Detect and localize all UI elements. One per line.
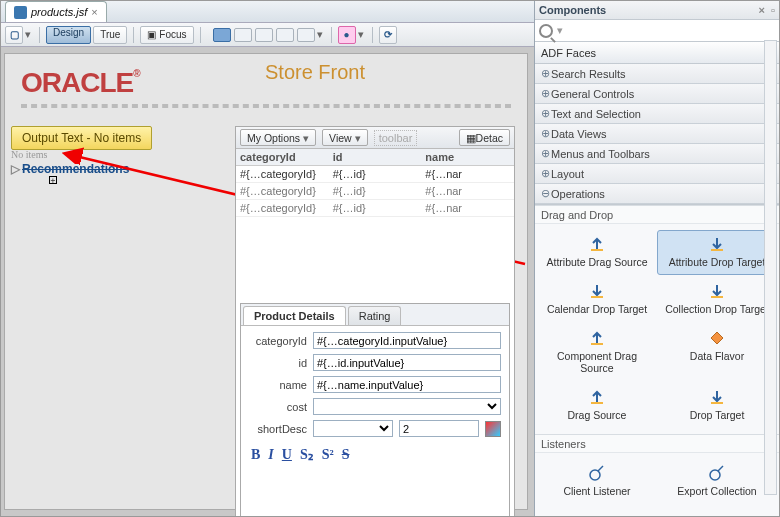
brand-logo: ORACLE® [21, 69, 140, 97]
field-label: categoryId [249, 335, 307, 347]
refresh-button[interactable]: ⟳ [379, 26, 397, 44]
device-tablet-icon[interactable] [234, 28, 252, 42]
focus-button[interactable]: ▣Focus [140, 26, 193, 44]
comp-calendar-drop-target[interactable]: Calendar Drop Target [537, 277, 657, 322]
group-listeners: Listeners [535, 434, 779, 453]
expand-icon[interactable]: ▷ [11, 162, 20, 176]
recommendations-node[interactable]: ▷ Recommendations [11, 162, 129, 176]
tab-product-details[interactable]: Product Details [243, 306, 346, 325]
comp-drop-target[interactable]: Drop Target [657, 383, 777, 428]
dashed-divider [21, 104, 511, 108]
comp-client-listener[interactable]: Client Listener [537, 459, 657, 504]
underline-button[interactable]: U [282, 447, 292, 463]
app-title: Store Front [265, 62, 365, 82]
section-layout[interactable]: ⊕Layout [535, 164, 779, 184]
bold-button[interactable]: B [251, 447, 260, 463]
table-row[interactable]: #{…categoryId}#{…id}#{…nar [236, 166, 514, 183]
design-mode-button[interactable]: Design [46, 26, 91, 44]
detach-button[interactable]: ▦ Detac [459, 129, 510, 146]
panel-menu-icon[interactable]: × ▫ [759, 4, 775, 16]
svg-rect-4 [711, 296, 723, 298]
view-menu[interactable]: View▾ [322, 129, 368, 146]
section-menus-toolbars[interactable]: ⊕Menus and Toolbars [535, 144, 779, 164]
dropdown-icon[interactable]: ▾ [358, 28, 366, 41]
drag-up-icon [588, 235, 606, 253]
italic-button[interactable]: I [268, 447, 273, 463]
dropdown-icon[interactable]: ▾ [317, 28, 325, 41]
component-search[interactable]: ▾ [535, 20, 779, 42]
device-tablet-land-icon[interactable] [255, 28, 273, 42]
drop-insert-indicator: + [49, 176, 57, 184]
product-details-panel: Product Details Rating categoryId id nam… [240, 303, 510, 517]
comp-data-flavor[interactable]: Data Flavor [657, 324, 777, 381]
search-icon [539, 24, 553, 38]
table-toolbar: My Options▾ View▾ toolbar ▦ Detac [236, 127, 514, 149]
components-panel: Components × ▫ ▾ ADF Faces▾ ⊕Search Resu… [534, 1, 779, 516]
id-input[interactable] [313, 354, 501, 371]
tab-rating[interactable]: Rating [348, 306, 402, 325]
table-row[interactable]: #{…categoryId}#{…id}#{…nar [236, 183, 514, 200]
categoryid-input[interactable] [313, 332, 501, 349]
svg-rect-3 [591, 296, 603, 298]
dropdown-icon[interactable]: ▾ [25, 28, 33, 41]
panel-scrollbar[interactable] [764, 40, 777, 495]
table-row[interactable]: #{…categoryId}#{…id}#{…nar [236, 200, 514, 217]
drag-up-icon [588, 388, 606, 406]
show-components-button[interactable]: ▢ [5, 26, 23, 44]
col-header[interactable]: id [329, 149, 422, 165]
comp-attribute-drag-source[interactable]: Attribute Drag Source [537, 230, 657, 275]
group-drag-and-drop: Drag and Drop [535, 205, 779, 224]
comp-component-drag-source[interactable]: Component Drag Source [537, 324, 657, 381]
close-tab-icon[interactable]: × [91, 6, 97, 18]
section-search-results[interactable]: ⊕Search Results [535, 64, 779, 84]
design-canvas[interactable]: ORACLE® Store Front Output Text - No ite… [4, 53, 528, 510]
section-text-selection[interactable]: ⊕Text and Selection [535, 104, 779, 124]
editor-tabbar: products.jsf × [1, 1, 534, 23]
design-canvas-viewport: ORACLE® Store Front Output Text - No ite… [1, 47, 534, 516]
tab-title: products.jsf [31, 6, 87, 18]
product-table-panel: My Options▾ View▾ toolbar ▦ Detac catego… [235, 126, 515, 517]
true-mode-button[interactable]: True [93, 26, 127, 44]
panel-title: Components [539, 4, 606, 16]
cost-select[interactable] [313, 398, 501, 415]
comp-attribute-drop-target[interactable]: Attribute Drop Target [657, 230, 777, 275]
jsf-file-icon [14, 6, 27, 19]
superscript-button[interactable]: S² [322, 447, 334, 463]
device-phone-land-icon[interactable] [297, 28, 315, 42]
color-picker-icon[interactable] [485, 421, 501, 437]
col-header[interactable]: categoryId [236, 149, 329, 165]
device-phone-icon[interactable] [276, 28, 294, 42]
details-tabbar: Product Details Rating [241, 304, 509, 326]
drop-down-icon [708, 235, 726, 253]
comp-drag-source[interactable]: Drag Source [537, 383, 657, 428]
rich-text-toolbar: B I U S₂ S² S [249, 442, 501, 467]
comp-export-collection[interactable]: Export Collection [657, 459, 777, 504]
section-data-views[interactable]: ⊕Data Views [535, 124, 779, 144]
shortdesc-select[interactable] [313, 420, 393, 437]
section-general-controls[interactable]: ⊕General Controls [535, 84, 779, 104]
listener-icon [588, 464, 606, 482]
strike-button[interactable]: S [342, 447, 350, 463]
field-label: shortDesc [249, 423, 307, 435]
browser-icon[interactable]: ● [338, 26, 356, 44]
subscript-button[interactable]: S₂ [300, 446, 314, 463]
product-table[interactable]: categoryId id name #{…categoryId}#{…id}#… [236, 149, 514, 217]
file-tab[interactable]: products.jsf × [5, 1, 107, 22]
name-input[interactable] [313, 376, 501, 393]
editor-toolbar: ▢ ▾ Design True ▣Focus ▾ ● ▾ ⟳ [1, 23, 534, 47]
svg-rect-2 [711, 249, 723, 251]
field-label: cost [249, 401, 307, 413]
section-operations[interactable]: ⊖Operations [535, 184, 779, 204]
palette-library-select[interactable]: ADF Faces▾ [535, 42, 779, 64]
col-header[interactable]: name [421, 149, 514, 165]
panel-title-bar: Components × ▫ [535, 1, 779, 20]
shortdesc-spin[interactable] [399, 420, 479, 437]
my-options-menu[interactable]: My Options▾ [240, 129, 316, 146]
search-dropdown-icon[interactable]: ▾ [557, 24, 563, 37]
drop-target-label[interactable]: Output Text - No items [11, 126, 152, 150]
comp-collection-drop-target[interactable]: Collection Drop Target [657, 277, 777, 322]
svg-rect-5 [591, 343, 603, 345]
drop-down-icon [708, 388, 726, 406]
dnd-palette: Attribute Drag Source Attribute Drop Tar… [535, 224, 779, 434]
device-monitor-icon[interactable] [213, 28, 231, 42]
